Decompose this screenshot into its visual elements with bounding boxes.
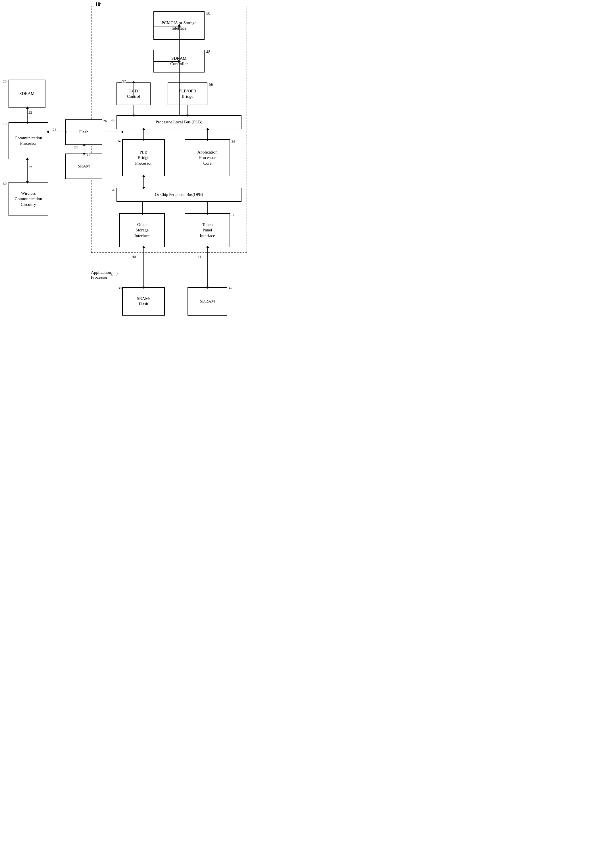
app-processor-label: ApplicationProcessor xyxy=(91,270,111,280)
sdram-left-box: SDRAM xyxy=(9,80,45,108)
line-comm-wireless xyxy=(27,159,28,182)
label-40: 40 xyxy=(132,254,136,259)
label-56: 56 xyxy=(209,82,213,87)
label-48: 48 xyxy=(206,50,210,54)
line-plb-sdram-ctrl xyxy=(153,61,179,62)
label-62: 62 xyxy=(118,139,122,143)
plb-bridge-processor-box: PLBBridgeProcessor xyxy=(122,140,165,176)
label-30: 30 xyxy=(3,181,6,186)
label-60: 60 xyxy=(116,213,119,217)
line-plb-plbbridge xyxy=(144,129,144,140)
label-24: 24 xyxy=(53,127,56,132)
opb-box: Or-Chip Peripheral Bus(OPB) xyxy=(116,188,241,202)
line-lcd-plb xyxy=(133,82,134,97)
line-plb-lcd xyxy=(133,105,134,115)
label-26: 26 xyxy=(103,119,107,123)
label-46: 46 xyxy=(111,118,114,122)
label-42: 42 xyxy=(229,286,232,290)
line-bridge-plb xyxy=(187,105,188,115)
plb-opb-bridge-box: PLB/OPBBridge xyxy=(168,82,207,105)
flash-box: Flash xyxy=(65,119,102,145)
label-54: 54 xyxy=(111,188,114,192)
line-plbbridge-opb xyxy=(144,176,144,188)
wireless-box: WirelessCommunicationCircuitry xyxy=(9,182,48,216)
label-38: 38 xyxy=(118,286,122,290)
label-22: 22 xyxy=(28,110,32,115)
label-44: 44 xyxy=(198,254,201,259)
line-flash-plbbridge xyxy=(102,132,122,132)
label-36: 36 xyxy=(232,140,235,144)
label-32: 32 xyxy=(28,165,32,169)
comm-processor-box: CommunicationProcessor xyxy=(9,122,48,159)
label-28-arrow: 28 xyxy=(74,145,77,150)
label-20: 20 xyxy=(3,79,6,84)
sram-box: SRAM xyxy=(65,153,102,179)
line-plb-sdram-v xyxy=(179,61,179,115)
line-plb-appcore xyxy=(207,129,208,140)
line-opb-storage xyxy=(142,202,143,213)
application-processor-core-box: ApplicationProcessorCore xyxy=(185,140,230,176)
label-34: 34 ↗ xyxy=(111,272,119,277)
line-sdram-comm xyxy=(27,108,28,122)
line-touch-sdram xyxy=(207,247,208,287)
label-52: 52 xyxy=(122,79,126,84)
other-storage-box: OtherStorageInterface xyxy=(119,213,165,247)
label-18: 18 xyxy=(3,122,6,126)
line-opb-touch xyxy=(207,202,208,213)
touch-panel-box: TouchPanelInterface xyxy=(185,213,230,247)
label-28: 28 xyxy=(87,152,90,157)
line-storage-sramflash xyxy=(144,247,144,287)
line-plb-pcmcia-h xyxy=(153,26,179,26)
line-flash-sram xyxy=(84,145,84,153)
label-58: 58 xyxy=(232,213,235,217)
line-comm-flash xyxy=(48,132,65,132)
sram-flash-box: SRAM/Flash xyxy=(122,287,165,316)
label-50: 50 xyxy=(206,11,210,16)
diagram-container: 10 ↗ PCMCIA or Storage Interface 50 SDRA… xyxy=(0,0,256,341)
plb-box: Processor Local Bus (PLB) xyxy=(116,115,241,129)
sdram-bottom-box: SDRAM xyxy=(187,287,227,316)
